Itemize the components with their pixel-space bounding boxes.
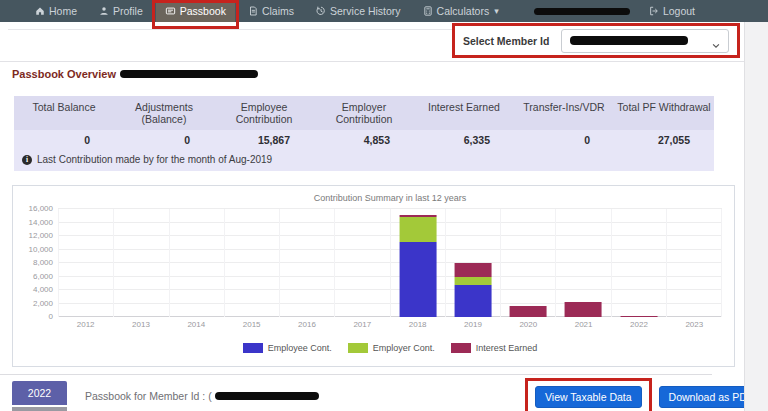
summary-col-header: Total Balance <box>14 96 114 130</box>
chart-title: Contribution Summary in last 12 years <box>13 186 734 207</box>
stacked-bar-2020[interactable] <box>510 306 547 318</box>
chart-x-tick-label: 2014 <box>169 320 224 329</box>
chart-x-tick-label: 2023 <box>667 320 722 329</box>
nav-item-label: Passbook <box>180 5 226 17</box>
nav-item-passbook[interactable]: Passbook <box>156 0 235 22</box>
logout-icon <box>649 6 659 16</box>
chart-slots <box>58 209 722 317</box>
chart-y-tick-label: 6,000 <box>33 272 53 281</box>
summary-col-value: 0 <box>114 130 214 150</box>
legend-swatch <box>451 343 471 353</box>
chart-slot-2021 <box>555 209 610 317</box>
redaction-bar-footer-member-id <box>215 392 319 400</box>
chart-x-tick-label: 2015 <box>224 320 279 329</box>
contribution-chart-panel: Contribution Summary in last 12 years 02… <box>12 185 735 367</box>
legend-swatch <box>243 343 263 353</box>
chart-legend: Employee Cont.Employer Cont.Interest Ear… <box>13 343 734 353</box>
info-icon: i <box>22 155 32 165</box>
bar-segment <box>454 285 491 317</box>
chart-y-tick-label: 16,000 <box>29 204 53 213</box>
epfo-passbook-page: HomeProfilePassbookClaimsService History… <box>0 0 768 411</box>
nav-item-claims[interactable]: Claims <box>239 0 303 22</box>
legend-label: Employer Cont. <box>373 343 435 353</box>
stacked-bar-2019[interactable] <box>454 263 491 317</box>
redaction-bar-member-id <box>570 36 688 45</box>
stacked-bar-2022[interactable] <box>620 316 657 317</box>
chart-slot-2022 <box>611 209 666 317</box>
chart-y-tick-label: 4,000 <box>33 285 53 294</box>
chart-x-tick-label: 2018 <box>390 320 445 329</box>
legend-item: Employee Cont. <box>243 343 332 353</box>
home-icon <box>35 6 45 16</box>
passbook-for-label: Passbook for Member Id : ( <box>85 390 212 402</box>
legend-label: Interest Earned <box>476 343 538 353</box>
calculator-icon <box>423 6 433 16</box>
chart-x-tick-label: 2016 <box>279 320 334 329</box>
stacked-bar-2018[interactable] <box>399 215 436 317</box>
chart-slot-2020 <box>500 209 555 317</box>
legend-swatch <box>348 343 368 353</box>
bar-segment <box>454 263 491 277</box>
annotation-box-view-taxable: View Taxable Data <box>525 378 652 411</box>
chart-plot-area: 02,0004,0006,0008,00010,00012,00014,0001… <box>58 209 722 317</box>
bar-segment <box>620 316 657 317</box>
summary-col-value: 0 <box>514 130 614 150</box>
summary-col-header: Interest Earned <box>414 96 514 130</box>
chart-x-tick-label: 2013 <box>113 320 168 329</box>
footer-divider <box>0 374 712 375</box>
legend-item: Employer Cont. <box>348 343 435 353</box>
bar-segment <box>510 306 547 318</box>
passbook-overview-title: Passbook Overview <box>12 68 116 80</box>
chart-x-axis: 2012201320142015201620172018201920202021… <box>58 320 722 329</box>
summary-col-value: 0 <box>14 130 114 150</box>
redaction-bar-overview <box>120 70 258 78</box>
chart-slot-2012 <box>58 209 113 317</box>
section-divider <box>0 61 744 62</box>
chart-y-tick-label: 8,000 <box>33 258 53 267</box>
summary-col-value: 27,055 <box>614 130 714 150</box>
bar-segment <box>565 302 602 317</box>
view-taxable-data-button[interactable]: View Taxable Data <box>535 386 642 408</box>
summary-col-header: Employer Contribution <box>314 96 414 130</box>
chart-x-tick-label: 2021 <box>556 320 611 329</box>
chart-slot-2019 <box>445 209 500 317</box>
last-contribution-note: Last Contribution made by for the month … <box>37 154 272 165</box>
passbook-for-row: Passbook for Member Id : ( <box>85 390 319 402</box>
nav-item-calculators[interactable]: Calculators▾ <box>414 0 508 22</box>
nav-item-label: Calculators <box>437 5 490 17</box>
summary-value-row: 0015,8674,8536,335027,055 <box>14 130 714 150</box>
summary-col-header: Adjustments (Balance) <box>114 96 214 130</box>
nav-item-home[interactable]: Home <box>26 0 86 22</box>
chart-y-tick-label: 10,000 <box>29 245 53 254</box>
chart-slot-2015 <box>224 209 279 317</box>
stacked-bar-2021[interactable] <box>565 302 602 317</box>
nav-item-profile[interactable]: Profile <box>90 0 152 22</box>
chart-plot-wrap: 02,0004,0006,0008,00010,00012,00014,0001… <box>58 209 722 317</box>
summary-col-header: Employee Contribution <box>214 96 314 130</box>
nav-item-service-history[interactable]: Service History <box>307 0 410 22</box>
legend-item: Interest Earned <box>451 343 538 353</box>
legend-label: Employee Cont. <box>268 343 332 353</box>
chart-y-tick-label: 12,000 <box>29 231 53 240</box>
summary-col-header: Transfer-Ins/VDR <box>514 96 614 130</box>
chevron-down-icon <box>711 37 721 55</box>
nav-item-label: Profile <box>113 5 143 17</box>
year-tab-2022[interactable]: 2022 <box>12 381 67 405</box>
profile-icon <box>99 6 109 16</box>
logout-button[interactable]: Logout <box>640 0 704 22</box>
chart-x-tick-label: 2019 <box>445 320 500 329</box>
member-select-label: Select Member Id <box>463 35 549 47</box>
summary-col-value: 6,335 <box>414 130 514 150</box>
chart-slot-2018 <box>390 209 445 317</box>
page-right-margin <box>744 22 768 411</box>
summary-note: i Last Contribution made by for the mont… <box>14 150 714 171</box>
summary-col-value: 4,853 <box>314 130 414 150</box>
member-id-select[interactable] <box>561 29 729 53</box>
nav-item-label: Home <box>49 5 77 17</box>
logout-label: Logout <box>663 5 695 17</box>
nav-item-label: Service History <box>330 5 401 17</box>
summary-col-header: Total PF Withdrawal <box>614 96 714 130</box>
bar-segment <box>399 242 436 317</box>
nav-item-label: Claims <box>262 5 294 17</box>
top-navbar: HomeProfilePassbookClaimsService History… <box>0 0 768 22</box>
